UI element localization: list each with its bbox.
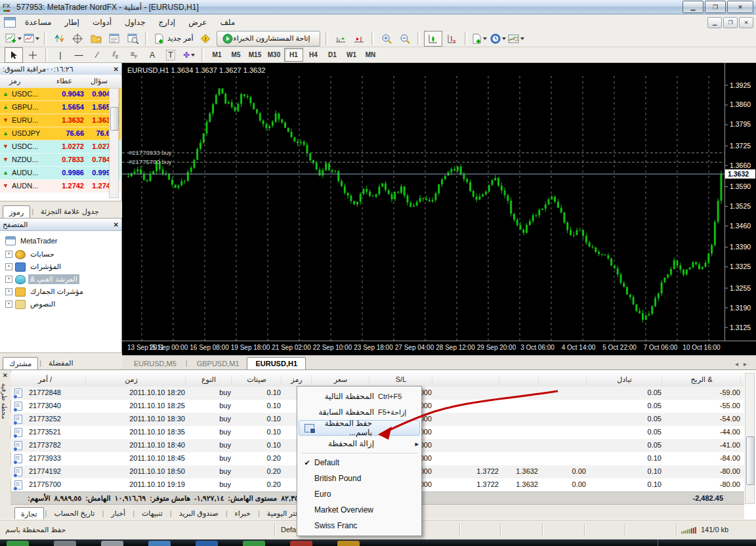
close-icon[interactable]: ✕ — [114, 221, 119, 228]
market-watch-button[interactable] — [51, 32, 68, 46]
expand-icon[interactable]: + — [5, 251, 12, 258]
market-watch-row[interactable]: ▼AUDN...1.27421.2749 — [0, 180, 121, 193]
candlestick-mode-button[interactable] — [424, 31, 442, 47]
zoom-in-button[interactable] — [378, 32, 395, 46]
expert-advisors-toggle[interactable]: إتاحة المستشارون الخبراء — [217, 31, 320, 47]
column-header-comm[interactable] — [539, 375, 587, 385]
column-header-swap[interactable]: تبادل — [587, 375, 662, 385]
column-header-time[interactable]: زمن — [77, 375, 186, 385]
tab-scroll-arrows[interactable]: ◂▸ — [735, 360, 752, 368]
terminal-button[interactable] — [106, 32, 123, 46]
menu-item[interactable]: حفظ المحفظة باسم... — [299, 420, 420, 436]
timeframe-MN[interactable]: MN — [362, 49, 379, 61]
profiles-button[interactable] — [23, 32, 40, 46]
tab-common[interactable]: مشترك — [3, 357, 38, 370]
horizontal-line-button[interactable]: — — [70, 48, 87, 62]
market-watch-row[interactable]: ▲AUDU...0.99860.9990 — [0, 167, 121, 180]
taskbar-app-icon[interactable] — [337, 541, 360, 546]
chart-window-icon[interactable] — [4, 17, 16, 28]
text-label-button[interactable]: T — [162, 48, 179, 62]
terminal-tab-0[interactable]: تجارة — [14, 507, 44, 520]
timeframe-M5[interactable]: M5 — [227, 49, 245, 61]
chart-shift-button[interactable] — [350, 32, 368, 46]
expand-icon[interactable]: + — [5, 301, 12, 308]
indicators-button[interactable] — [508, 32, 525, 46]
column-header-tp[interactable] — [433, 375, 499, 385]
tab-favorites[interactable]: المفضلة — [43, 357, 79, 369]
column-symbol[interactable]: رمز — [9, 77, 20, 85]
taskbar-app-icon[interactable] — [101, 541, 123, 546]
expand-icon[interactable]: + — [5, 276, 12, 283]
close-button[interactable]: ✕ — [727, 1, 753, 13]
chart-area[interactable]: #21773933 buy#21775700 buy1.39251.38601.… — [122, 63, 756, 355]
expand-icon[interactable]: + — [5, 288, 12, 295]
chart-tab-GBPUSD-M1[interactable]: GBPUSD,M1 — [189, 358, 247, 369]
column-header-type[interactable]: النوع — [186, 375, 232, 385]
column-header-profit[interactable]: الربح & — [663, 375, 741, 385]
child-restore-button[interactable]: ❐ — [723, 17, 738, 28]
vertical-line-button[interactable]: | — [52, 48, 69, 62]
column-header-sl[interactable]: S/L — [370, 375, 432, 385]
column-header-lots[interactable]: صيتات — [232, 375, 282, 385]
restore-button[interactable]: ❐ — [705, 1, 726, 13]
column-bid[interactable]: عطاء — [56, 77, 72, 85]
terminal-tab-3[interactable]: تنبيهات — [136, 507, 169, 520]
taskbar-app-icon[interactable] — [148, 541, 171, 546]
terminal-tab-1[interactable]: تاريخ الحساب — [48, 507, 100, 520]
menu-مساعدة[interactable]: مساعدة — [18, 14, 58, 30]
menu-ملف[interactable]: ملف — [213, 14, 242, 30]
navigator-item[interactable]: +المرشد الفني & — [0, 273, 121, 285]
navigator-item[interactable]: +مؤشرات الجمارك — [0, 285, 121, 298]
close-icon[interactable]: ✕ — [3, 372, 8, 379]
profile-menu-item[interactable]: Euro — [297, 486, 421, 502]
market-watch-row[interactable]: ▼NZDU...0.78330.7840 — [0, 154, 121, 167]
profile-menu-item[interactable]: Swiss Franc — [297, 518, 421, 534]
new-order-button[interactable]: أمر جديد — [152, 32, 196, 46]
navigator-item[interactable]: +النصوص — [0, 298, 121, 310]
market-watch-row[interactable]: ▲GBPU...1.56541.5657 — [0, 101, 121, 114]
menu-إطار[interactable]: إطار — [58, 14, 86, 30]
terminal-tab-4[interactable]: صندوق البريد — [173, 507, 224, 520]
windows-taskbar[interactable] — [0, 539, 756, 546]
minimize-button[interactable]: ▁ — [682, 1, 704, 13]
tab-tick-chart[interactable]: جدول علامة التجزئة — [35, 205, 105, 218]
column-header-price_open[interactable]: سعر — [312, 375, 369, 385]
terminal-tab-2[interactable]: أخبار — [105, 507, 131, 520]
bar-chart-mode-button[interactable] — [444, 32, 461, 46]
equidistant-channel-button[interactable]: ⫽E — [107, 48, 124, 62]
arrows-button[interactable]: ✤ — [180, 48, 198, 62]
column-header-symbol[interactable]: رمز — [282, 375, 312, 385]
new-chart-button[interactable] — [5, 32, 22, 46]
chart-tab-EURUSD-M5[interactable]: EURUSD,M5 — [126, 358, 184, 369]
terminal-scrollbar[interactable] — [745, 373, 755, 504]
taskbar-app-icon[interactable] — [7, 541, 29, 546]
crosshair-button[interactable] — [24, 48, 41, 62]
data-window-button[interactable] — [69, 32, 86, 46]
taskbar-app-icon[interactable] — [290, 541, 312, 546]
zoom-out-button[interactable] — [396, 32, 413, 46]
trendline-button[interactable]: ∕ — [89, 48, 106, 62]
navigator-item[interactable]: +حسابات — [0, 248, 121, 261]
profile-menu-item[interactable]: British Pound — [297, 471, 421, 486]
column-ask[interactable]: سؤال — [91, 77, 108, 85]
market-watch-row[interactable]: ▲USDJPY76.6676.68 — [0, 127, 121, 140]
tab-symbols[interactable]: رموز — [3, 205, 30, 219]
navigator-item[interactable]: +المؤشرات — [0, 261, 121, 273]
child-minimize-button[interactable]: ▁ — [707, 17, 722, 28]
auto-scroll-button[interactable] — [332, 32, 349, 46]
child-close-button[interactable]: ✕ — [739, 17, 753, 28]
timeframe-D1[interactable]: D1 — [324, 49, 341, 61]
market-watch-row[interactable]: ▼USDC...1.02721.0275 — [0, 140, 121, 154]
timeframe-M30[interactable]: M30 — [265, 49, 283, 61]
terminal-tab-5[interactable]: خبراء — [228, 507, 256, 520]
menu-item[interactable]: المحفظة التاليةCtrl+F5 — [297, 388, 421, 404]
close-icon[interactable]: ✕ — [114, 66, 119, 73]
fibonacci-button[interactable]: ≡F — [125, 48, 142, 62]
timeframe-H1[interactable]: H1 — [284, 48, 303, 62]
profile-menu-item[interactable]: Market Overview — [297, 502, 421, 518]
taskbar-app-icon[interactable] — [243, 541, 265, 546]
navigator-button[interactable] — [87, 32, 104, 46]
market-watch-row[interactable]: ▲USDC...0.90430.9047 — [0, 88, 121, 101]
menu-item[interactable]: إزالة المحفظة▸ — [297, 436, 421, 452]
menu-عرض[interactable]: عرض — [182, 14, 213, 30]
